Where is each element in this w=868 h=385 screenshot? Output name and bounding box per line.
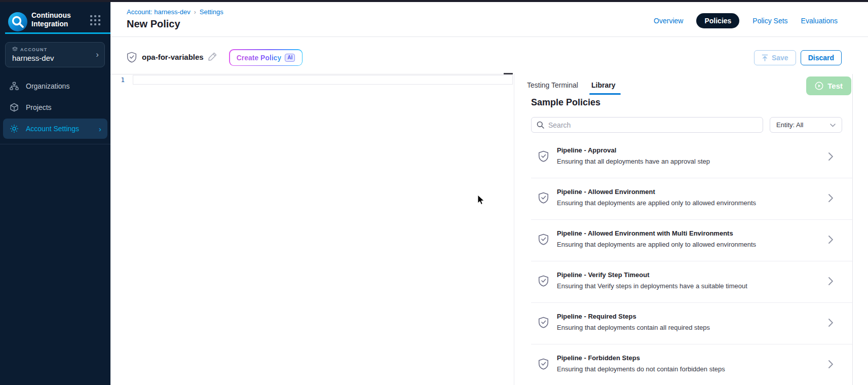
policy-list-item[interactable]: Pipeline - Allowed Environment Ensuring … (531, 178, 852, 220)
sidebar-item-projects[interactable]: Projects (3, 97, 107, 118)
tab-evaluations[interactable]: Evaluations (801, 17, 838, 25)
window-top-strip (0, 0, 868, 2)
chevron-down-icon (830, 122, 836, 128)
upload-icon (762, 54, 768, 61)
policy-title: Pipeline - Required Steps (557, 313, 710, 320)
play-circle-icon (815, 82, 823, 90)
tab-testing-terminal[interactable]: Testing Terminal (527, 81, 578, 89)
policy-list-item[interactable]: Pipeline - Allowed Environment with Mult… (531, 220, 852, 261)
sidebar-nav: Organizations Projects Account Settings … (0, 75, 110, 140)
sidebar: Continuous Integration ACCOUNT harness-d… (0, 0, 110, 385)
sidebar-item-label: Organizations (26, 82, 69, 90)
tab-policy-sets[interactable]: Policy Sets (752, 17, 787, 25)
org-hierarchy-icon (9, 81, 19, 91)
editor-current-line[interactable] (133, 75, 513, 85)
search-icon (537, 121, 544, 129)
policy-text: Pipeline - Forbidden Steps Ensuring that… (557, 344, 725, 373)
shield-check-icon (538, 234, 549, 247)
cube-icon (9, 102, 19, 112)
chevron-right-icon (828, 319, 833, 329)
chevron-right-icon: › (99, 125, 101, 133)
toolbar-actions: Save Discard (754, 50, 842, 65)
shield-check-icon (538, 317, 549, 330)
policy-description: Ensuring that deployments contain all re… (557, 324, 710, 331)
policy-list-item[interactable]: Pipeline - Verify Step Timeout Ensuring … (531, 261, 852, 303)
mouse-cursor (477, 195, 485, 208)
policy-text: Pipeline - Verify Step Timeout Ensuring … (557, 261, 747, 290)
create-policy-ai-button[interactable]: Create Policy AI (229, 49, 303, 66)
policy-shield-icon (127, 52, 137, 65)
search-input[interactable] (548, 121, 758, 129)
page-title: New Policy (127, 18, 180, 30)
tab-library[interactable]: Library (591, 81, 615, 89)
split-sash-handle[interactable] (504, 73, 513, 74)
tab-overview[interactable]: Overview (654, 17, 683, 25)
policy-text: Pipeline - Approval Ensuring that all de… (557, 137, 710, 165)
sidebar-item-account-settings[interactable]: Account Settings › (3, 119, 107, 139)
shield-check-icon (538, 275, 549, 289)
breadcrumb-account-link[interactable]: Account: harness-dev (127, 8, 191, 16)
gear-icon (9, 124, 19, 134)
sidebar-item-label: Account Settings (26, 125, 79, 133)
create-policy-label: Create Policy (237, 54, 282, 62)
policy-title: Pipeline - Verify Step Timeout (557, 271, 747, 279)
entity-filter-dropdown[interactable]: Entity: All (770, 117, 842, 133)
account-label: ACCOUNT (12, 47, 47, 52)
entity-filter-value: Entity: All (776, 121, 803, 129)
chevron-right-icon (828, 277, 833, 287)
account-name: harness-dev (12, 54, 54, 62)
policy-title: Pipeline - Forbidden Steps (557, 354, 725, 362)
chevron-right-icon: › (96, 50, 99, 60)
shield-check-icon (538, 192, 549, 206)
chevron-right-icon (828, 236, 833, 246)
active-tab-underline (589, 93, 621, 95)
panel-scrollbar-track[interactable] (852, 74, 853, 385)
policy-description: Ensuring that deployments are applied on… (557, 199, 756, 207)
editor-line-number: 1 (110, 76, 125, 84)
chevron-right-icon (828, 152, 833, 163)
module-switcher-grid-icon[interactable] (90, 15, 101, 26)
sample-policy-list: Pipeline - Approval Ensuring that all de… (531, 137, 852, 385)
ai-badge: AI (285, 54, 295, 62)
discard-button[interactable]: Discard (801, 50, 842, 65)
panel-split-divider[interactable] (514, 74, 514, 385)
harness-ci-logo-icon[interactable] (8, 12, 27, 31)
policy-title: Pipeline - Approval (557, 146, 710, 154)
module-accent-underline (5, 32, 110, 34)
policy-name: opa-for-variables (142, 53, 204, 61)
shield-check-icon (538, 358, 549, 372)
editor-top-divider (110, 74, 513, 74)
chevron-right-icon (828, 360, 833, 370)
policy-description: Ensuring that deployments are applied on… (557, 241, 756, 248)
sidebar-divider (0, 144, 110, 144)
sidebar-item-organizations[interactable]: Organizations (3, 76, 107, 96)
policy-title: Pipeline - Allowed Environment with Mult… (557, 229, 756, 237)
module-title: Continuous Integration (31, 11, 88, 28)
account-selector[interactable]: ACCOUNT harness-dev › (5, 42, 105, 67)
policy-nav-tabs: Overview Policies Policy Sets Evaluation… (654, 13, 838, 28)
test-button[interactable]: Test (806, 76, 851, 95)
breadcrumb: Account: harness-dev › Settings (127, 8, 223, 16)
save-button[interactable]: Save (754, 50, 796, 65)
policy-description: Ensuring that Verify steps in deployment… (557, 282, 747, 290)
policy-list-item[interactable]: Pipeline - Forbidden Steps Ensuring that… (531, 344, 852, 385)
header-divider (110, 36, 868, 37)
policy-text: Pipeline - Required Steps Ensuring that … (557, 303, 710, 331)
policy-list-item[interactable]: Pipeline - Required Steps Ensuring that … (531, 303, 852, 344)
tab-policies[interactable]: Policies (696, 13, 739, 28)
breadcrumb-separator: › (194, 9, 196, 16)
edit-pencil-icon[interactable] (208, 52, 217, 63)
policy-description: Ensuring that all deployments have an ap… (557, 158, 710, 165)
search-box (531, 117, 763, 133)
breadcrumb-settings-link[interactable]: Settings (200, 8, 223, 16)
policy-title: Pipeline - Allowed Environment (557, 188, 756, 196)
policy-text: Pipeline - Allowed Environment Ensuring … (557, 178, 756, 207)
policy-description: Ensuring that deployments do not contain… (557, 365, 725, 373)
sidebar-item-label: Projects (26, 103, 52, 111)
policy-text: Pipeline - Allowed Environment with Mult… (557, 220, 756, 248)
policy-list-item[interactable]: Pipeline - Approval Ensuring that all de… (531, 137, 852, 178)
chevron-right-icon (828, 194, 833, 204)
sample-policies-heading: Sample Policies (531, 97, 600, 108)
shield-check-icon (538, 150, 549, 164)
layers-icon (12, 47, 18, 52)
